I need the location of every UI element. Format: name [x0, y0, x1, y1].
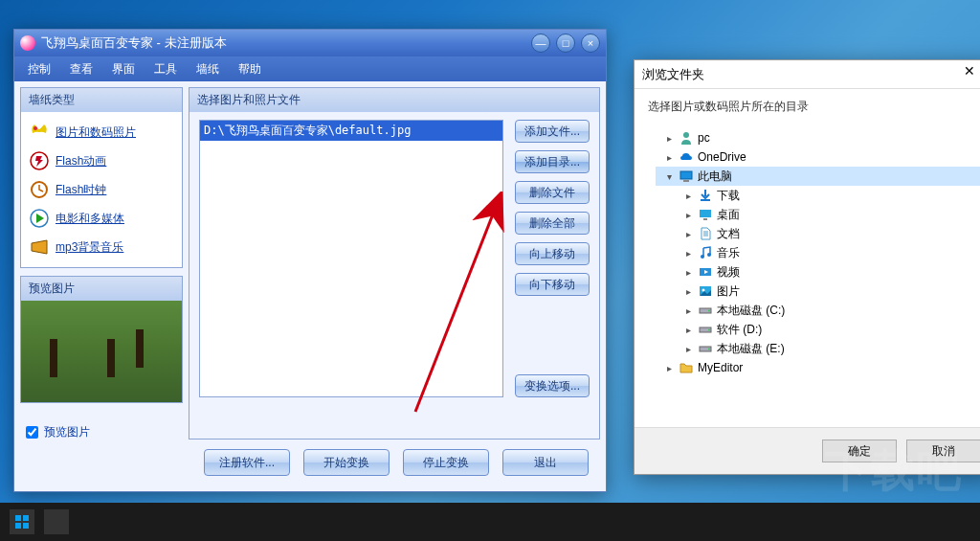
tree-label: 本地磁盘 (C:): [717, 303, 785, 319]
minimize-button[interactable]: —: [531, 34, 550, 53]
svg-point-17: [708, 310, 710, 312]
document-icon: [698, 226, 713, 241]
app-title: 飞翔鸟桌面百变专家 - 未注册版本: [41, 34, 227, 52]
app-window: 飞翔鸟桌面百变专家 - 未注册版本 — □ × 控制 查看 界面 工具 墙纸 帮…: [13, 29, 607, 492]
butterfly-icon: [29, 122, 50, 143]
svg-rect-9: [700, 210, 711, 217]
dialog-close-button[interactable]: ✕: [952, 63, 980, 86]
exit-button[interactable]: 退出: [502, 449, 589, 476]
video-icon: [698, 264, 713, 280]
tree-node-pictures[interactable]: ▸图片: [656, 282, 980, 301]
tree-node-downloads[interactable]: ▸下载: [656, 186, 980, 205]
svg-point-12: [707, 253, 711, 257]
category-label: Flash时钟: [56, 182, 106, 198]
tree-node-documents[interactable]: ▸文档: [656, 224, 980, 243]
category-photos[interactable]: 图片和数码照片: [23, 118, 180, 147]
menu-wallpaper[interactable]: 墙纸: [187, 57, 229, 81]
select-files-panel: 选择图片和照片文件 D:\飞翔鸟桌面百变专家\default.jpg 添加文件.…: [189, 87, 600, 440]
add-directory-button[interactable]: 添加目录...: [515, 150, 590, 173]
dialog-title: 浏览文件夹: [642, 66, 952, 83]
menu-help[interactable]: 帮助: [229, 57, 271, 81]
svg-point-21: [708, 349, 710, 350]
tree-node-myeditor[interactable]: ▸MyEditor: [656, 358, 980, 377]
start-button[interactable]: [10, 509, 34, 534]
menu-view[interactable]: 查看: [60, 57, 102, 81]
title-bar[interactable]: 飞翔鸟桌面百变专家 - 未注册版本 — □ ×: [14, 30, 606, 56]
category-movie[interactable]: 电影和多媒体: [23, 204, 180, 233]
close-button[interactable]: ×: [581, 34, 600, 53]
tree-label: 下载: [717, 188, 740, 204]
category-flash-clock[interactable]: Flash时钟: [23, 175, 180, 204]
svg-point-19: [708, 329, 710, 331]
play-icon: [29, 208, 50, 229]
svg-rect-7: [683, 180, 689, 182]
cloud-icon: [679, 149, 694, 165]
preview-checkbox-label: 预览图片: [44, 424, 90, 440]
add-file-button[interactable]: 添加文件...: [515, 120, 590, 143]
tree-label: MyEditor: [698, 361, 743, 374]
tree-node-onedrive[interactable]: ▸OneDrive: [656, 147, 980, 167]
tree-label: 视频: [717, 264, 740, 281]
tree-label: 此电脑: [698, 169, 732, 185]
start-button[interactable]: 开始变换: [303, 449, 390, 476]
tree-node-videos[interactable]: ▸视频: [656, 262, 980, 282]
watermark: 下载吧: [825, 441, 963, 501]
tree-label: 图片: [717, 283, 740, 300]
music-icon: [698, 245, 713, 260]
stop-button[interactable]: 停止变换: [403, 449, 489, 476]
categories-panel: 墙纸类型 图片和数码照片 Flash动画 Flash时钟: [20, 87, 183, 268]
tree-node-drive-e[interactable]: ▸本地磁盘 (E:): [656, 339, 980, 358]
tree-label: 软件 (D:): [717, 322, 762, 338]
drive-icon: [698, 341, 713, 356]
file-row-selected[interactable]: D:\飞翔鸟桌面百变专家\default.jpg: [200, 121, 502, 141]
delete-all-button[interactable]: 删除全部: [515, 212, 590, 235]
preview-image: [21, 301, 182, 402]
user-icon: [679, 130, 694, 146]
category-mp3[interactable]: mp3背景音乐: [23, 233, 180, 261]
category-flash-anim[interactable]: Flash动画: [23, 147, 180, 175]
move-up-button[interactable]: 向上移动: [515, 242, 590, 265]
tree-node-desktop[interactable]: ▸桌面: [656, 205, 980, 224]
menu-ui[interactable]: 界面: [102, 57, 145, 81]
pictures-icon: [698, 283, 713, 299]
folder-icon: [679, 360, 694, 375]
menu-tools[interactable]: 工具: [145, 57, 187, 81]
categories-title: 墙纸类型: [21, 88, 182, 112]
maximize-button[interactable]: □: [556, 34, 575, 53]
dialog-titlebar[interactable]: 浏览文件夹 ✕: [635, 60, 980, 89]
svg-rect-22: [15, 515, 21, 521]
menu-control[interactable]: 控制: [18, 57, 60, 81]
register-button[interactable]: 注册软件...: [204, 449, 290, 476]
menu-bar: 控制 查看 界面 工具 墙纸 帮助: [14, 56, 606, 81]
bottom-toolbar: 注册软件... 开始变换 停止变换 退出: [189, 445, 600, 485]
svg-rect-8: [701, 199, 710, 201]
tree-node-drive-c[interactable]: ▸本地磁盘 (C:): [656, 301, 980, 320]
download-icon: [698, 188, 713, 203]
transform-options-button[interactable]: 变换选项...: [515, 374, 590, 397]
file-list[interactable]: D:\飞翔鸟桌面百变专家\default.jpg: [199, 120, 503, 397]
flash-icon: [29, 150, 50, 171]
category-label: mp3背景音乐: [56, 239, 123, 256]
tree-node-music[interactable]: ▸音乐: [656, 243, 980, 262]
taskbar-app[interactable]: [44, 509, 69, 534]
preview-panel: 预览图片: [20, 276, 183, 403]
preview-checkbox[interactable]: [26, 426, 38, 439]
delete-file-button[interactable]: 删除文件: [515, 181, 590, 204]
tree-label: 文档: [717, 226, 740, 242]
drive-icon: [698, 303, 713, 318]
tree-node-this-pc[interactable]: ▾此电脑: [656, 167, 980, 186]
move-down-button[interactable]: 向下移动: [515, 273, 590, 296]
preview-title: 预览图片: [21, 277, 182, 301]
svg-point-0: [33, 126, 37, 130]
tree-label: pc: [698, 131, 710, 145]
svg-rect-23: [23, 515, 29, 521]
svg-point-5: [683, 132, 689, 138]
tree-node-pc-user[interactable]: ▸pc: [656, 128, 980, 147]
taskbar[interactable]: [0, 503, 980, 541]
windows-icon: [14, 514, 30, 530]
folder-tree[interactable]: ▸pc ▸OneDrive ▾此电脑 ▸下载 ▸桌面 ▸文档 ▸音乐 ▸视频 ▸…: [635, 124, 980, 427]
tree-label: 本地磁盘 (E:): [717, 341, 785, 357]
tree-label: OneDrive: [698, 150, 746, 164]
tree-node-drive-d[interactable]: ▸软件 (D:): [656, 320, 980, 339]
preview-checkbox-row[interactable]: 预览图片: [20, 411, 183, 454]
